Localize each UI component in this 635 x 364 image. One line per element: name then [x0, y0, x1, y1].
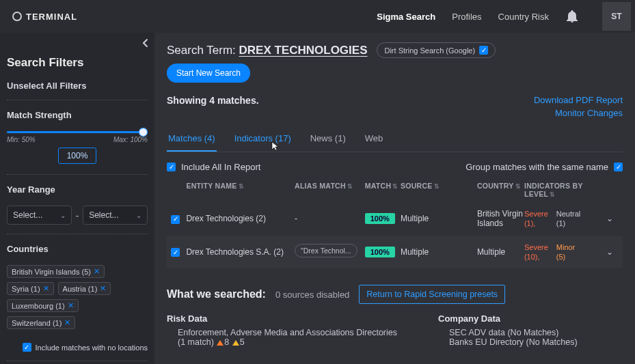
tab-news[interactable]: News (1): [309, 133, 347, 152]
sort-icon: ⇅: [392, 183, 398, 190]
what-we-searched: What we searched: 0 sources disabled Ret…: [167, 285, 623, 354]
row-checkbox[interactable]: ✓: [171, 248, 180, 257]
table-header: ENTITY NAME⇅ ALIAS MATCH⇅ MATCH⇅ SOURCE⇅…: [167, 182, 623, 198]
company-data-line: Banks EU Directory (No Matches): [449, 337, 578, 347]
chevron-down-icon: ⌄: [60, 212, 66, 219]
search-term-value: DREX TECHNOLOGIES: [239, 44, 368, 57]
content-area: Search Term: DREX TECHNOLOGIES Dirt Stri…: [154, 33, 635, 364]
sort-icon: ⇅: [239, 183, 244, 190]
nav-sigma-search[interactable]: Sigma Search: [377, 12, 435, 22]
search-term: Search Term: DREX TECHNOLOGIES: [167, 44, 367, 57]
topbar: TERMINAL Sigma Search Profiles Country R…: [0, 0, 635, 33]
col-entity[interactable]: ENTITY NAME⇅: [186, 182, 295, 198]
col-source[interactable]: SOURCE⇅: [401, 182, 477, 198]
sort-icon: ⇅: [347, 183, 353, 190]
sidebar: Search Filters Unselect All Filters Matc…: [0, 33, 154, 364]
risk-data-title: Risk Data: [167, 313, 397, 324]
remove-tag-icon[interactable]: ✕: [68, 301, 74, 310]
company-data-title: Company Data: [438, 313, 578, 324]
company-data-line: SEC ADV data (No Matches): [449, 328, 578, 337]
alias-match: -: [295, 214, 365, 223]
country-tag[interactable]: Syria (1)✕: [7, 282, 54, 295]
include-no-location-checkbox[interactable]: ✓: [23, 343, 31, 352]
expand-row-icon[interactable]: ⌄: [601, 214, 619, 223]
dirt-string-search-pill[interactable]: Dirt String Search (Google) ✓: [377, 42, 496, 58]
match-badge: 100%: [365, 213, 395, 224]
tab-web[interactable]: Web: [364, 133, 385, 152]
entity-name[interactable]: Drex Technologies (2): [186, 214, 295, 223]
divider: [7, 174, 148, 175]
country-cell: British Virgin Islands: [477, 209, 524, 228]
group-same-name-checkbox[interactable]: ✓: [614, 163, 623, 171]
indicators-cell: Severe(10), Minor(5): [524, 242, 601, 262]
bell-icon[interactable]: [565, 10, 579, 23]
countries-title: Countries: [7, 244, 148, 254]
entity-name[interactable]: Drex Technologies S.A. (2): [186, 247, 295, 257]
warning-icon: [232, 340, 239, 346]
start-new-search-button[interactable]: Start New Search: [167, 64, 250, 83]
year-range-separator: -: [76, 210, 79, 221]
alias-match-pill[interactable]: "Drex Technol...: [295, 244, 357, 257]
risk-data-block: Risk Data Enforcement, Adverse Media and…: [167, 313, 397, 347]
match-strength-slider[interactable]: Min: 50% Max: 100% 100%: [7, 131, 148, 164]
download-pdf-link[interactable]: Download PDF Report: [534, 95, 623, 105]
col-country[interactable]: COUNTRY⇅: [477, 182, 524, 198]
country-tag[interactable]: Switzerland (1)✕: [7, 316, 75, 329]
country-tag[interactable]: Austria (1)✕: [58, 282, 111, 295]
col-match[interactable]: MATCH⇅: [365, 182, 401, 198]
sources-disabled-count: 0 sources disabled: [275, 290, 349, 300]
group-same-name-label: Group matches with the same name: [465, 162, 608, 172]
year-range-to-select[interactable]: Select... ⌄: [83, 206, 148, 225]
results-count: Showing 4 matches.: [167, 95, 259, 106]
source-cell: Multiple: [401, 247, 477, 257]
year-range-from-select[interactable]: Select... ⌄: [7, 206, 72, 225]
tab-indicators[interactable]: Indicators (17): [233, 133, 293, 152]
table-row: ✓ Drex Technologies (2) - 100% Multiple …: [167, 202, 623, 236]
include-all-label: Include All In Report: [181, 162, 260, 172]
sort-icon: ⇅: [434, 183, 440, 190]
chevron-down-icon: ⌄: [136, 212, 141, 219]
logo-icon: [12, 12, 22, 21]
risk-data-line: (1 match) 8 5: [178, 337, 397, 347]
monitor-changes-link[interactable]: Monitor Changes: [555, 108, 623, 118]
slider-min-label: Min: 50%: [7, 136, 36, 143]
col-alias[interactable]: ALIAS MATCH⇅: [295, 182, 365, 198]
match-strength-value[interactable]: 100%: [58, 148, 97, 164]
collapse-sidebar-icon[interactable]: [141, 38, 150, 50]
warning-icon: [217, 340, 224, 346]
table-body: ✓ Drex Technologies (2) - 100% Multiple …: [167, 202, 623, 268]
nav-country-risk[interactable]: Country Risk: [498, 12, 549, 22]
include-all-checkbox[interactable]: ✓: [167, 163, 176, 171]
divider: [7, 361, 148, 361]
select-placeholder: Select...: [89, 210, 118, 220]
return-to-presets-button[interactable]: Return to Rapid Screening presets: [359, 285, 505, 304]
result-tabs: Matches (4) Indicators (17) News (1) Web: [167, 133, 623, 152]
sort-icon: ⇅: [515, 183, 521, 190]
slider-thumb[interactable]: [139, 128, 148, 137]
sidebar-title: Search Filters: [7, 56, 148, 70]
remove-tag-icon[interactable]: ✕: [43, 284, 49, 293]
year-range-title: Year Range: [7, 184, 148, 195]
sort-icon: ⇅: [550, 191, 555, 198]
col-indicators[interactable]: INDICATORS BY LEVEL⇅: [524, 182, 601, 198]
what-we-searched-title: What we searched:: [167, 288, 266, 300]
dirt-string-checkbox[interactable]: ✓: [479, 46, 488, 55]
risk-data-line: Enforcement, Adverse Media and Associati…: [178, 328, 397, 337]
country-tag[interactable]: Luxembourg (1)✕: [7, 299, 79, 312]
nav-profiles[interactable]: Profiles: [452, 12, 481, 22]
indicators-cell: Severe(1), Neutral(1): [524, 209, 601, 229]
expand-row-icon[interactable]: ⌄: [601, 247, 619, 257]
country-tag[interactable]: British Virgin Islands (5)✕: [7, 265, 105, 278]
unselect-all-filters[interactable]: Unselect All Filters: [7, 81, 148, 91]
remove-tag-icon[interactable]: ✕: [94, 267, 100, 276]
top-nav: Sigma Search Profiles Country Risk ST: [377, 2, 631, 31]
divider: [7, 234, 148, 234]
user-badge[interactable]: ST: [602, 2, 631, 31]
remove-tag-icon[interactable]: ✕: [64, 318, 70, 327]
source-cell: Multiple: [401, 214, 477, 223]
select-placeholder: Select...: [13, 210, 42, 220]
tab-matches[interactable]: Matches (4): [167, 133, 217, 152]
row-checkbox[interactable]: ✓: [171, 215, 180, 224]
remove-tag-icon[interactable]: ✕: [100, 284, 106, 293]
country-cell: Multiple: [477, 247, 524, 257]
